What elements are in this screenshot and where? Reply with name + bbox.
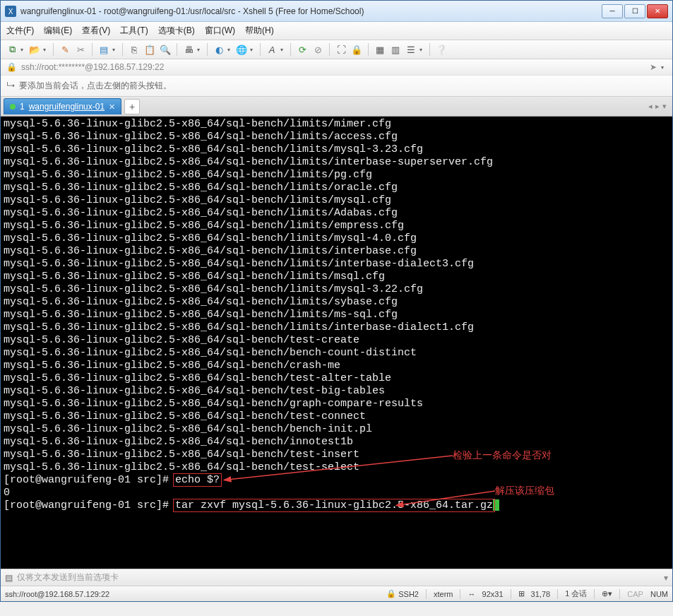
maximize-button[interactable]: ☐ <box>624 4 645 18</box>
menu-bar: 文件(F) 编辑(E) 查看(V) 工具(T) 选项卡(B) 窗口(W) 帮助(… <box>1 22 672 40</box>
tab-prev-icon[interactable]: ◂ <box>648 102 653 111</box>
open-icon[interactable]: 📂 <box>28 42 42 57</box>
status-ssh: 🔒SSH2 <box>386 589 419 598</box>
dropdown-icon[interactable]: ▾ <box>280 47 286 53</box>
lock-icon: 🔒 <box>6 62 17 72</box>
tab-bar: 1 wangruifenglinux-01 ✕ + ◂ ▸ ▾ <box>1 97 672 117</box>
send-dropdown-icon[interactable]: ▾ <box>664 573 668 583</box>
menu-file[interactable]: 文件(F) <box>6 25 34 37</box>
session-tab[interactable]: 1 wangruifenglinux-01 ✕ <box>4 98 121 114</box>
menu-tabs[interactable]: 选项卡(B) <box>158 25 195 37</box>
tab-next-icon[interactable]: ▸ <box>655 102 660 111</box>
dropdown-icon[interactable]: ▾ <box>197 47 203 53</box>
close-button[interactable]: ✕ <box>647 4 668 18</box>
terminal[interactable]: mysql-5.6.36-linux-glibc2.5-x86_64/sql-b… <box>1 117 672 569</box>
color-icon[interactable]: ◐ <box>212 42 226 57</box>
dropdown-icon[interactable]: ▾ <box>43 47 49 53</box>
print-icon[interactable]: 🖶 <box>181 42 196 57</box>
globe-icon[interactable]: 🌐 <box>234 42 249 57</box>
status-sessions-dropdown-icon[interactable]: ⊕▾ <box>602 589 612 598</box>
titlebar[interactable]: X wangruifenglinux-01 - root@wangruifeng… <box>1 1 672 22</box>
send-bar: ▤ 仅将文本发送到当前选项卡 ▾ <box>1 569 672 586</box>
disconnect-icon[interactable]: ✂ <box>73 42 88 57</box>
xshell-window: X wangruifenglinux-01 - root@wangruifeng… <box>0 0 673 602</box>
dropdown-icon[interactable]: ▾ <box>419 47 425 53</box>
tab-close-icon[interactable]: ✕ <box>109 102 115 112</box>
annotation-check-command: 检验上一条命令是否对 <box>453 449 552 461</box>
annotation-extract-archive: 解压该压缩包 <box>495 484 554 497</box>
info-bar: ⮡ 要添加当前会话，点击左侧的箭头按钮。 <box>1 76 672 97</box>
layout1-icon[interactable]: ▦ <box>373 42 387 57</box>
address-text[interactable]: ssh://root:********@192.168.57.129:22 <box>21 62 645 72</box>
add-session-icon[interactable]: ⮡ <box>6 81 15 91</box>
info-text: 要添加当前会话，点击左侧的箭头按钮。 <box>19 80 172 92</box>
highlight-box <box>173 499 495 512</box>
fullscreen-icon[interactable]: ⛶ <box>334 42 348 57</box>
font-icon[interactable]: A <box>265 42 279 57</box>
status-address: ssh://root@192.168.57.129:22 <box>5 590 379 598</box>
layout3-icon[interactable]: ☰ <box>404 42 418 57</box>
send-input[interactable]: 仅将文本发送到当前选项卡 <box>17 571 660 584</box>
new-session-icon[interactable]: ⧉ <box>5 42 19 57</box>
menu-window[interactable]: 窗口(W) <box>205 25 235 37</box>
find-icon[interactable]: 🔍 <box>158 42 172 57</box>
menu-view[interactable]: 查看(V) <box>82 25 110 37</box>
dropdown-icon[interactable]: ▾ <box>112 47 118 53</box>
app-icon: X <box>5 6 16 17</box>
reconnect-icon[interactable]: ✎ <box>58 42 72 57</box>
status-pos: ⊞ 31,78 <box>518 589 551 598</box>
status-dot-icon <box>10 104 16 109</box>
status-sessions: 1 会话 <box>565 588 587 599</box>
menu-help[interactable]: 帮助(H) <box>245 25 274 37</box>
new-tab-button[interactable]: + <box>124 99 140 114</box>
dropdown-icon[interactable]: ▾ <box>20 47 26 53</box>
lock-icon[interactable]: 🔒 <box>350 42 364 57</box>
address-bar: 🔒 ssh://root:********@192.168.57.129:22 … <box>1 59 672 76</box>
status-term: xterm <box>434 590 453 598</box>
refresh-icon[interactable]: ⟳ <box>295 42 309 57</box>
tab-name: wangruifenglinux-01 <box>29 102 105 112</box>
svg-text:X: X <box>8 8 13 16</box>
dropdown-icon[interactable]: ▾ <box>227 47 233 53</box>
status-num: NUM <box>650 590 668 598</box>
menu-tools[interactable]: 工具(T) <box>120 25 148 37</box>
properties-icon[interactable]: ▤ <box>97 42 111 57</box>
dropdown-icon[interactable]: ▾ <box>661 64 667 71</box>
svg-line-2 <box>224 456 453 480</box>
paste-icon[interactable]: 📋 <box>143 42 157 57</box>
toolbar: ⧉▾ 📂▾ ✎ ✂ ▤▾ ⎘ 📋 🔍 🖶▾ ◐▾ 🌐▾ A▾ ⟳ ⊘ ⛶ 🔒 ▦… <box>1 40 672 59</box>
tab-index: 1 <box>20 102 25 112</box>
send-icon[interactable]: ▤ <box>5 573 13 583</box>
status-cap: CAP <box>627 590 643 598</box>
tab-scroll: ◂ ▸ ▾ <box>648 102 669 111</box>
layout2-icon[interactable]: ▥ <box>388 42 403 57</box>
go-icon[interactable]: ➤ <box>650 62 657 72</box>
status-size: ↔ 92x31 <box>467 590 503 598</box>
menu-edit[interactable]: 编辑(E) <box>44 25 72 37</box>
help-icon[interactable]: ❔ <box>434 42 448 57</box>
dropdown-icon[interactable]: ▾ <box>250 47 256 53</box>
window-title: wangruifenglinux-01 - root@wangruifeng-0… <box>20 6 602 16</box>
copy-icon[interactable]: ⎘ <box>127 42 141 57</box>
minimize-button[interactable]: ─ <box>602 4 623 18</box>
highlight-box <box>173 473 222 487</box>
tab-list-icon[interactable]: ▾ <box>662 102 667 111</box>
status-bar: ssh://root@192.168.57.129:22 🔒SSH2 xterm… <box>1 586 672 601</box>
globe2-icon[interactable]: ⊘ <box>311 42 325 57</box>
